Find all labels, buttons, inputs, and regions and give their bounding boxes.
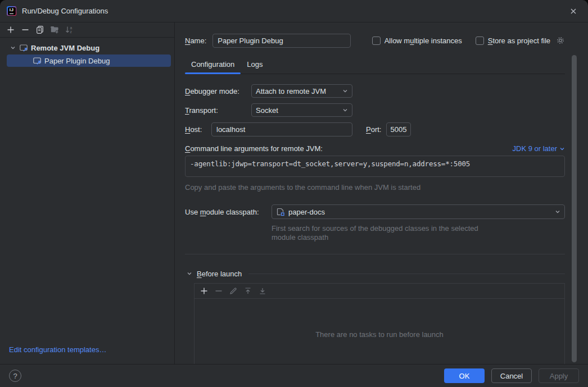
sidebar-toolbar: az — [0, 22, 174, 38]
before-launch-empty-text: There are no tasks to run before launch — [195, 299, 564, 364]
copy-icon[interactable] — [33, 24, 47, 36]
debugger-mode-label: Debugger mode: — [185, 87, 251, 95]
transport-value: Socket — [256, 106, 339, 115]
header-rule — [248, 274, 565, 274]
close-icon[interactable] — [568, 6, 579, 17]
tree-group-remote-jvm-debug[interactable]: Remote JVM Debug — [0, 42, 174, 54]
before-launch-toolbar — [195, 284, 564, 299]
tree-item-paper-plugin-debug[interactable]: Paper Plugin Debug — [7, 54, 171, 67]
jdk-version-value: JDK 9 or later — [513, 144, 557, 153]
name-input[interactable] — [212, 34, 351, 48]
checkbox-icon[interactable] — [372, 37, 381, 45]
help-button[interactable]: ? — [9, 370, 21, 382]
add-icon[interactable] — [3, 24, 18, 36]
chevron-down-icon — [342, 107, 348, 113]
module-classpath-hint: First search for sources of the debugged… — [185, 224, 565, 242]
edit-icon[interactable] — [226, 285, 241, 297]
transport-label: Transport: — [185, 106, 251, 115]
jdk-version-select[interactable]: JDK 9 or later — [513, 144, 565, 153]
debugger-mode-select[interactable]: Attach to remote JVM — [251, 84, 352, 98]
chevron-down-icon[interactable] — [185, 269, 194, 278]
tab-logs[interactable]: Logs — [241, 56, 269, 74]
add-icon[interactable] — [197, 285, 211, 297]
debugger-mode-value: Attach to remote JVM — [256, 87, 339, 95]
module-classpath-select[interactable]: paper-docs — [272, 204, 565, 219]
edit-configuration-templates-link[interactable]: Edit configuration templates… — [9, 345, 106, 354]
move-down-icon[interactable] — [255, 285, 270, 297]
tree-group-label: Remote JVM Debug — [31, 44, 99, 52]
before-launch-panel: There are no tasks to run before launch — [194, 283, 565, 364]
configurations-sidebar: az Remote JVM Debug Pape — [0, 22, 175, 364]
section-separator — [185, 254, 565, 254]
port-input[interactable] — [386, 122, 411, 136]
configuration-editor: Name: Allow multiple instances Store as … — [175, 22, 588, 364]
cmdline-arguments-field[interactable]: -agentlib:jdwp=transport=dt_socket,serve… — [185, 156, 565, 177]
tab-configuration[interactable]: Configuration — [185, 56, 241, 74]
cmdline-arguments-label: Command line arguments for remote JVM: — [185, 144, 323, 153]
svg-text:a: a — [70, 26, 73, 30]
svg-text:z: z — [70, 30, 72, 34]
intellij-logo-icon: IJ — [7, 6, 16, 16]
remote-debug-config-icon — [19, 43, 28, 52]
module-icon — [276, 207, 285, 216]
chevron-down-icon — [342, 88, 348, 94]
store-options-gear-icon[interactable] — [556, 36, 565, 45]
host-input[interactable] — [211, 122, 352, 136]
store-as-project-file-checkbox[interactable]: Store as project file — [476, 37, 550, 45]
apply-button[interactable]: Apply — [539, 368, 579, 383]
port-label: Port: — [366, 125, 381, 134]
tab-strip: Configuration Logs — [185, 56, 565, 74]
dialog-title: Run/Debug Configurations — [22, 7, 108, 15]
before-launch-title: Before launch — [197, 270, 242, 278]
allow-multiple-instances-checkbox[interactable]: Allow multiple instances — [372, 37, 462, 45]
chevron-down-icon — [559, 146, 565, 152]
name-label: Name: — [185, 37, 206, 45]
title-bar: IJ Run/Debug Configurations — [0, 0, 588, 22]
chevron-down-icon[interactable] — [8, 43, 17, 52]
module-classpath-value: paper-docs — [288, 208, 551, 216]
tree-item-label: Paper Plugin Debug — [44, 57, 110, 65]
ok-button[interactable]: OK — [444, 368, 485, 383]
configurations-tree: Remote JVM Debug Paper Plugin Debug — [0, 38, 174, 67]
new-folder-icon[interactable] — [47, 24, 62, 36]
move-up-icon[interactable] — [241, 285, 255, 297]
host-label: Host: — [185, 125, 211, 134]
chevron-down-icon — [555, 209, 560, 215]
cmdline-hint: Copy and paste the arguments to the comm… — [185, 183, 565, 192]
remote-debug-config-icon — [33, 56, 42, 65]
transport-select[interactable]: Socket — [251, 103, 352, 117]
remove-icon[interactable] — [211, 285, 226, 297]
store-as-project-file-label: Store as project file — [488, 37, 550, 45]
cancel-button[interactable]: Cancel — [491, 368, 532, 383]
allow-multiple-instances-label: Allow multiple instances — [385, 37, 462, 45]
vertical-scrollbar[interactable] — [572, 55, 577, 362]
remove-icon[interactable] — [18, 24, 33, 36]
run-debug-configurations-dialog: IJ Run/Debug Configurations — [0, 0, 588, 387]
sort-alpha-icon[interactable]: az — [62, 24, 76, 36]
module-classpath-label: Use module classpath: — [185, 208, 272, 216]
checkbox-icon[interactable] — [476, 37, 484, 45]
before-launch-header[interactable]: Before launch — [185, 269, 565, 278]
dialog-footer: ? OK Cancel Apply — [0, 364, 588, 387]
